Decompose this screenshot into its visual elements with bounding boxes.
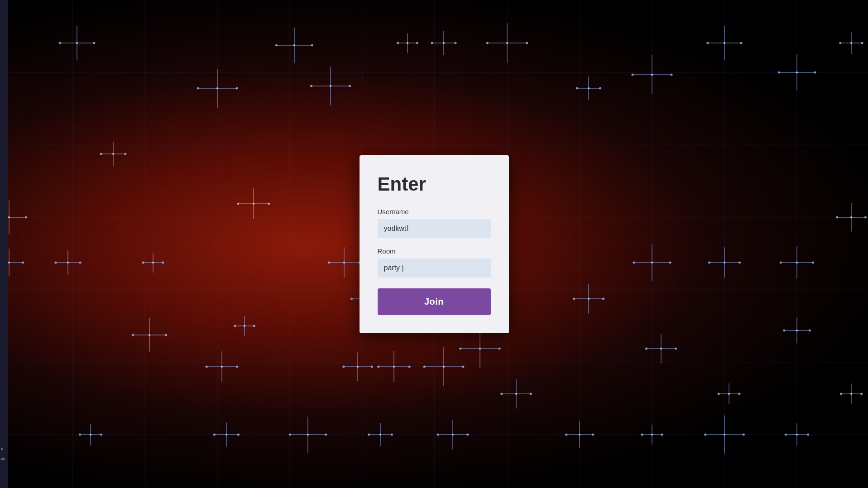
- dialog-overlay: Enter Username Room Join: [0, 0, 868, 488]
- enter-dialog: Enter Username Room Join: [360, 155, 509, 333]
- username-input[interactable]: [378, 219, 491, 238]
- dialog-title: Enter: [378, 173, 491, 195]
- join-button[interactable]: Join: [378, 288, 491, 315]
- room-input[interactable]: [378, 258, 491, 277]
- username-label: Username: [378, 208, 491, 215]
- room-label: Room: [378, 247, 491, 255]
